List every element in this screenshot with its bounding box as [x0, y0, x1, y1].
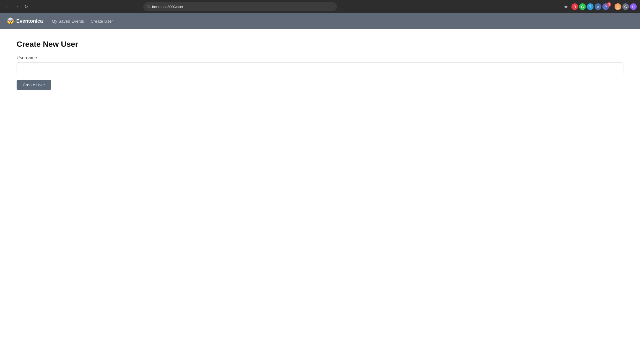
nav-brand[interactable]: 🤯 Eventonica	[7, 17, 43, 25]
brand-emoji: 🤯	[7, 17, 14, 25]
create-user-button[interactable]: Create User	[17, 80, 51, 90]
ext-green-icon[interactable]: G	[579, 3, 586, 10]
lock-icon: ⓘ	[147, 4, 150, 9]
forward-button[interactable]: →	[13, 3, 20, 11]
brand-name: Eventonica	[16, 18, 43, 24]
url-text: localhost:3000/user	[152, 5, 183, 9]
nav-links: My Saved Events Create User	[52, 19, 113, 24]
ext-teal-icon[interactable]: T	[587, 3, 594, 10]
browser-nav-buttons: ← → ↻	[3, 3, 30, 11]
nav-link-saved-events[interactable]: My Saved Events	[52, 19, 84, 24]
address-bar[interactable]: ⓘ localhost:3000/user	[143, 2, 337, 11]
ext-gray-icon[interactable]: G	[622, 3, 629, 10]
main-content: Create New User Username: Create User	[0, 29, 640, 364]
ext-badge: 3	[607, 2, 611, 7]
bookmark-button[interactable]: ★	[561, 2, 570, 11]
username-label: Username:	[17, 55, 623, 60]
back-button[interactable]: ←	[3, 3, 11, 11]
ext-yellow-icon[interactable]: △	[615, 3, 621, 10]
browser-actions: ★ R G T ✕ P 3 △ G U	[561, 2, 637, 11]
create-user-form: Username: Create User	[17, 55, 623, 90]
ext-purple-badge-wrapper: P 3	[602, 3, 613, 10]
page-title: Create New User	[17, 40, 623, 49]
browser-chrome: ← → ↻ ⓘ localhost:3000/user ★ R G T ✕ P …	[0, 0, 640, 13]
refresh-button[interactable]: ↻	[22, 3, 30, 11]
username-input[interactable]	[17, 63, 623, 74]
ext-profile-icon[interactable]: U	[630, 3, 637, 10]
ext-blue-icon[interactable]: ✕	[595, 3, 601, 10]
nav-bar: 🤯 Eventonica My Saved Events Create User	[0, 13, 640, 29]
ext-red-icon[interactable]: R	[571, 3, 578, 10]
nav-link-create-user[interactable]: Create User	[91, 19, 113, 24]
